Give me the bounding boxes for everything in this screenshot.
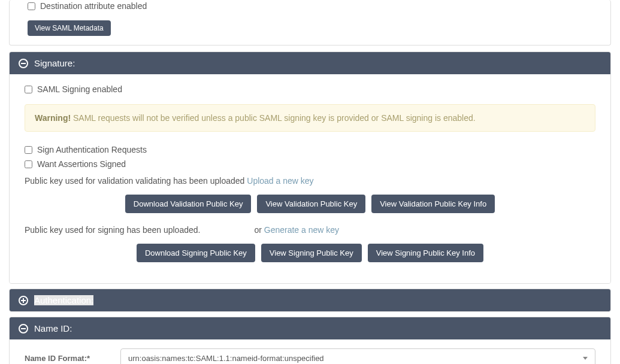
nameid-body: Name ID Format:* urn:oasis:names:tc:SAML… — [10, 339, 610, 364]
nameid-format-row: Name ID Format:* urn:oasis:names:tc:SAML… — [25, 348, 595, 364]
view-signing-info-button[interactable]: View Signing Public Key Info — [368, 244, 483, 262]
or-text: or — [254, 225, 264, 235]
expand-icon — [19, 296, 28, 305]
saml-signing-label: SAML Signing enabled — [37, 84, 122, 94]
view-validation-button[interactable]: View Validation Public Key — [257, 195, 365, 213]
warning-text: SAML requests will not be verified unles… — [71, 113, 475, 123]
nameid-header[interactable]: Name ID: — [10, 317, 610, 339]
sign-auth-label: Sign Authentication Requests — [37, 145, 147, 154]
signing-key-text-row: Public key used for signing has been upl… — [25, 225, 595, 235]
validation-button-row: Download Validation Public Key View Vali… — [25, 195, 595, 213]
signature-header[interactable]: Signature: — [10, 52, 610, 74]
destination-attribute-label: Destination attribute enabled — [40, 1, 147, 11]
or-generate-wrap: or Generate a new key — [254, 225, 339, 235]
nameid-format-value: urn:oasis:names:tc:SAML:1.1:nameid-forma… — [128, 354, 324, 363]
signing-button-row: Download Signing Public Key View Signing… — [25, 244, 595, 262]
validation-key-text-row: Public key used for validation validatin… — [25, 176, 595, 186]
signature-body: SAML Signing enabled Warning! SAML reque… — [10, 74, 610, 283]
authentication-panel: Authentication: — [9, 289, 611, 312]
destination-attribute-row: Destination attribute enabled — [28, 0, 592, 12]
sign-auth-checkbox[interactable] — [25, 146, 32, 154]
view-saml-metadata-button[interactable]: View SAML Metadata — [28, 20, 111, 36]
want-assertions-checkbox[interactable] — [25, 160, 32, 168]
view-validation-info-button[interactable]: View Validation Public Key Info — [371, 195, 495, 213]
generate-new-key-link[interactable]: Generate a new key — [264, 225, 339, 235]
nameid-title: Name ID: — [34, 323, 72, 333]
nameid-panel: Name ID: Name ID Format:* urn:oasis:name… — [9, 317, 611, 364]
warning-label: Warning! — [35, 113, 71, 123]
signature-title: Signature: — [34, 58, 75, 68]
saml-signing-checkbox[interactable] — [25, 86, 32, 93]
validation-key-text: Public key used for validation validatin… — [25, 176, 247, 186]
upload-new-key-link[interactable]: Upload a new key — [247, 176, 313, 186]
want-assertions-label: Want Assertions Signed — [37, 159, 126, 169]
signature-panel: Signature: SAML Signing enabled Warning!… — [9, 51, 611, 284]
warning-box: Warning! SAML requests will not be verif… — [25, 104, 595, 132]
authentication-header[interactable]: Authentication: — [10, 289, 610, 311]
chevron-down-icon — [583, 357, 588, 360]
want-assertions-row: Want Assertions Signed — [25, 158, 595, 170]
collapse-icon — [19, 324, 28, 333]
top-panel-fragment: Destination attribute enabled View SAML … — [9, 0, 611, 46]
nameid-format-label: Name ID Format:* — [25, 354, 120, 363]
saml-signing-row: SAML Signing enabled — [25, 83, 595, 95]
collapse-icon — [19, 59, 28, 68]
signing-key-text: Public key used for signing has been upl… — [25, 225, 200, 235]
sign-auth-row: Sign Authentication Requests — [25, 144, 595, 156]
download-signing-button[interactable]: Download Signing Public Key — [137, 244, 255, 262]
authentication-title: Authentication: — [34, 295, 93, 305]
nameid-format-select[interactable]: urn:oasis:names:tc:SAML:1.1:nameid-forma… — [120, 348, 595, 364]
download-validation-button[interactable]: Download Validation Public Key — [125, 195, 252, 213]
view-signing-button[interactable]: View Signing Public Key — [261, 244, 362, 262]
destination-attribute-checkbox[interactable] — [28, 2, 35, 10]
